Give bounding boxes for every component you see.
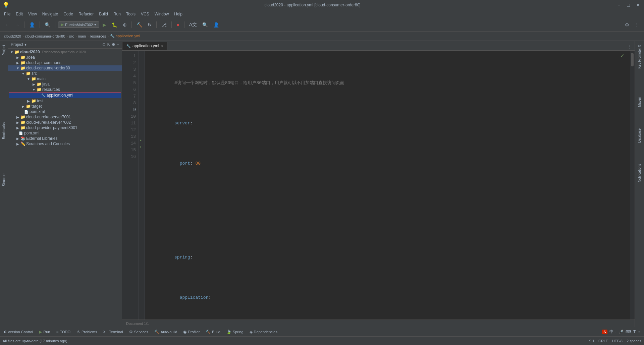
build-button[interactable]: 🔨 [135, 21, 144, 29]
auto-build-tool[interactable]: 🔨 Auto-build [152, 329, 180, 335]
user-icon[interactable]: 👤 [27, 21, 37, 29]
project-hide-icon[interactable]: − [117, 42, 119, 47]
settings-icon[interactable]: ⚙ [623, 21, 631, 29]
indent-info[interactable]: 2 spaces [627, 339, 641, 343]
input-method-settings[interactable]: ⌨ [626, 330, 631, 334]
database-panel[interactable]: Database [637, 127, 642, 144]
project-collapse-icon[interactable]: ⇱ [107, 42, 110, 47]
editor-tab-close[interactable]: × [161, 44, 163, 48]
breadcrumb-file[interactable]: 🔧 application.yml [110, 34, 140, 38]
maven-panel[interactable]: Maven [637, 96, 642, 108]
input-method-lang[interactable]: 中 [609, 329, 613, 335]
run-with-coverage[interactable]: ⊕ [121, 21, 129, 29]
menu-view[interactable]: View [25, 10, 40, 18]
editor-tab-application-yml[interactable]: 🔧 application.yml × [122, 42, 167, 50]
tree-item-root-pom-xml[interactable]: 📄 pom.xml [8, 130, 122, 136]
close-button[interactable]: × [635, 2, 641, 8]
menu-code[interactable]: Code [61, 10, 76, 18]
search2-icon[interactable]: 🔍 [200, 21, 210, 29]
terminal-tool[interactable]: >_ Terminal [100, 329, 125, 335]
menu-file[interactable]: File [1, 10, 13, 18]
forward-button[interactable]: → [13, 21, 21, 29]
tree-item-provider-payment8001[interactable]: ▶ 📁 cloud-provider-payment8001 [8, 125, 122, 130]
breadcrumb-resources[interactable]: resources [90, 34, 106, 38]
run-tool[interactable]: ▶ Run [36, 329, 53, 335]
dependencies-tool[interactable]: ◈ Dependencies [247, 329, 280, 335]
tree-item-eureka-server7001[interactable]: ▶ 📁 cloud-eureka-server7001 [8, 114, 122, 120]
breadcrumb-main[interactable]: main [78, 34, 86, 38]
search-icon[interactable]: 🔍 [43, 21, 52, 29]
tree-item-pom-xml[interactable]: 📄 pom.xml [8, 109, 122, 114]
stop-button[interactable]: ■ [174, 21, 181, 29]
line-separator[interactable]: CRLF [598, 339, 608, 343]
git-button[interactable]: ⎇ [159, 21, 169, 29]
more-icon[interactable]: ⋮ [633, 21, 641, 29]
menu-edit[interactable]: Edit [13, 10, 25, 18]
menu-window[interactable]: Window [152, 10, 172, 18]
profiler-tool[interactable]: ◉ Profiler [180, 329, 202, 335]
menu-vcs[interactable]: VCS [138, 10, 152, 18]
input-method-extra1[interactable]: T [633, 330, 636, 334]
dependencies-label: Dependencies [254, 330, 277, 334]
minimize-button[interactable]: − [615, 2, 622, 8]
todo-tool[interactable]: ≡ TODO [53, 329, 73, 335]
maximize-button[interactable]: □ [625, 2, 632, 8]
menu-navigate[interactable]: Navigate [40, 10, 61, 18]
menu-build[interactable]: Build [96, 10, 111, 18]
build-tool[interactable]: 🔨 Build [203, 329, 223, 335]
key-promoter-panel[interactable]: Key Promoter X [637, 44, 642, 70]
structure-icon[interactable]: Structure [1, 171, 6, 188]
code-editor[interactable]: #访问一个网站时，默认是80端口，给用户80端口，用户就可以不用加端口直接访问页… [145, 51, 630, 320]
line-num-5: 5 [122, 80, 139, 87]
scrollbar-thumb[interactable] [631, 53, 634, 66]
sougou-icon[interactable]: S [602, 330, 607, 334]
services-tool[interactable]: ⚙ Services [126, 329, 151, 335]
project-panel-icon[interactable]: Project [1, 44, 6, 57]
breadcrumb-cloud2020[interactable]: cloud2020 [4, 34, 21, 38]
charset-info[interactable]: UTF-8 [612, 339, 623, 343]
tree-item-cloud2020[interactable]: ▼ 📁 cloud2020 E:\idea-workspace\cloud202… [8, 49, 122, 55]
profile-icon[interactable]: 👤 [211, 21, 221, 29]
run-config-selector[interactable]: ▶ EurekaMain7002 ▾ [58, 21, 99, 28]
gutter-fold-15[interactable]: ▸ [140, 145, 142, 149]
editor-content[interactable]: 1 2 3 4 5 6 7 8 9 10 11 12 13 14 15 16 ▸… [122, 51, 635, 320]
tree-item-api-commons[interactable]: ▶ 📁 cloud-api-commons [8, 60, 122, 65]
tree-item-consumer-order80[interactable]: ▼ 📁 cloud-consumer-order80 [8, 65, 122, 71]
tree-item-java[interactable]: ▶ 📁 java [8, 81, 122, 87]
breadcrumb-module[interactable]: cloud-consumer-order80 [25, 34, 65, 38]
tree-item-test[interactable]: ▶ 📁 test [8, 98, 122, 104]
debug-button[interactable]: 🐛 [110, 21, 119, 29]
tree-item-idea[interactable]: ▶ 📁 .idea [8, 55, 122, 60]
vertical-scrollbar[interactable] [630, 51, 635, 320]
project-dropdown-arrow[interactable]: ▾ [24, 42, 26, 47]
menu-help[interactable]: Help [171, 10, 185, 18]
tree-item-eureka-server7002[interactable]: ▶ 📁 cloud-eureka-server7002 [8, 120, 122, 125]
breadcrumb-src[interactable]: src [69, 34, 74, 38]
project-locate-icon[interactable]: ⊙ [102, 42, 106, 47]
tree-item-application-yml[interactable]: 🔧 application.yml [9, 92, 121, 98]
input-method-mic[interactable]: 🎤 [619, 330, 624, 334]
version-control-tool[interactable]: ⑆ Version Control [1, 329, 36, 335]
tree-item-main[interactable]: ▼ 📁 main [8, 76, 122, 81]
project-settings-icon[interactable]: ⚙ [112, 42, 115, 47]
tree-item-scratches[interactable]: ▶ ✏️ Scratches and Consoles [8, 141, 122, 147]
tree-item-src[interactable]: ▼ 📁 src [8, 71, 122, 76]
run-button[interactable]: ▶ [101, 21, 108, 29]
problems-icon: ⚠ [76, 330, 80, 334]
menu-refactor[interactable]: Refactor [76, 10, 96, 18]
gutter-fold-14[interactable]: ▸ [140, 138, 142, 142]
bookmarks-icon[interactable]: Bookmarks [1, 121, 6, 140]
tree-item-resources[interactable]: ▼ 📁 resources [8, 87, 122, 92]
problems-tool[interactable]: ⚠ Problems [74, 329, 100, 335]
editor-tabs-menu[interactable]: ⋮ [625, 43, 635, 50]
tree-item-target[interactable]: ▶ 📁 target [8, 104, 122, 109]
tree-item-external-libs[interactable]: ▶ 📚 External Libraries [8, 136, 122, 141]
notifications-panel[interactable]: Notifications [637, 163, 642, 183]
menu-run[interactable]: Run [111, 10, 123, 18]
back-button[interactable]: ← [3, 21, 11, 29]
input-method-extra2[interactable]: :: [638, 330, 640, 334]
menu-tools[interactable]: Tools [123, 10, 138, 18]
sync-button[interactable]: ↻ [146, 21, 154, 29]
spring-tool[interactable]: 🍃 Spring [224, 329, 246, 335]
translate-icon[interactable]: A文 [187, 20, 199, 29]
